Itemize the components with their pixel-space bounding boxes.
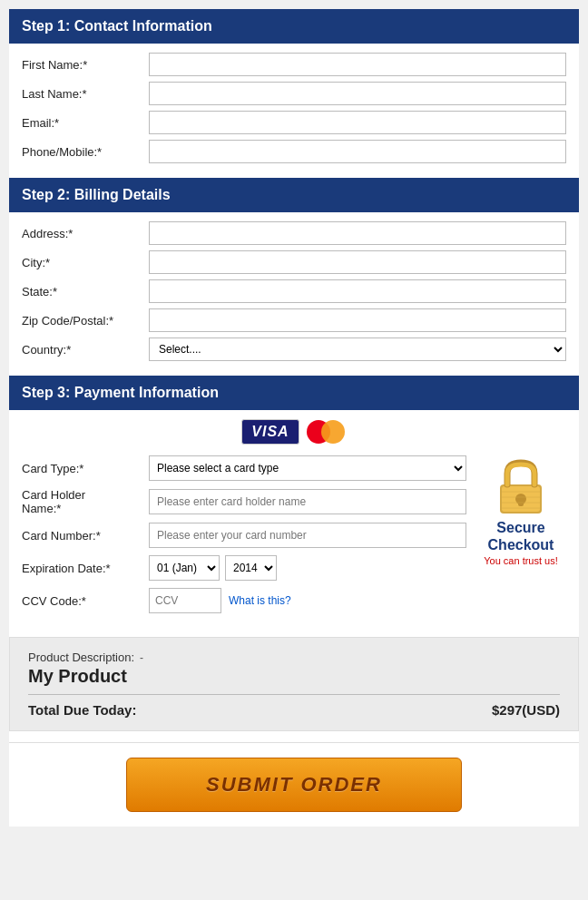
ccv-row: CCV Code:* What is this? bbox=[22, 588, 466, 613]
lock-icon bbox=[495, 455, 547, 519]
zip-input[interactable] bbox=[149, 308, 566, 332]
email-row: Email:* bbox=[22, 111, 566, 134]
country-select[interactable]: Select.... bbox=[149, 338, 566, 361]
last-name-label: Last Name:* bbox=[22, 87, 149, 101]
summary-divider bbox=[28, 694, 560, 695]
card-number-row: Card Number:* bbox=[22, 523, 466, 548]
order-summary: Product Description: - My Product Total … bbox=[9, 637, 579, 731]
card-logos: VISA bbox=[22, 419, 566, 445]
phone-row: Phone/Mobile:* bbox=[22, 140, 566, 163]
card-type-select[interactable]: Please select a card type Visa MasterCar… bbox=[149, 455, 466, 481]
address-row: Address:* bbox=[22, 221, 566, 245]
total-label: Total Due Today: bbox=[28, 702, 136, 718]
expiry-selects: 01 (Jan) 02 (Feb) 03 (Mar) 04 (Apr) 05 (… bbox=[149, 555, 277, 581]
ccv-label: CCV Code:* bbox=[22, 594, 149, 608]
card-holder-label: Card Holder Name:* bbox=[22, 488, 149, 515]
step2-section: Address:* City:* State:* Zip Code/Postal… bbox=[9, 212, 579, 376]
mc-right-circle bbox=[321, 420, 345, 444]
card-holder-row: Card Holder Name:* bbox=[22, 488, 466, 515]
phone-input[interactable] bbox=[149, 140, 566, 163]
payment-fields-container: Card Type:* Please select a card type Vi… bbox=[22, 455, 566, 617]
city-label: City:* bbox=[22, 256, 149, 269]
total-value: $297(USD) bbox=[492, 702, 560, 718]
expiry-month-select[interactable]: 01 (Jan) 02 (Feb) 03 (Mar) 04 (Apr) 05 (… bbox=[149, 555, 220, 581]
mastercard-logo bbox=[307, 419, 347, 445]
secure-badge: Secure Checkout You can trust us! bbox=[466, 455, 566, 617]
card-number-input[interactable] bbox=[149, 523, 466, 548]
submit-section: SUBMIT ORDER bbox=[9, 742, 579, 827]
checkout-form: Step 1: Contact Information First Name:*… bbox=[9, 9, 579, 827]
ccv-input-group: What is this? bbox=[149, 588, 291, 613]
zip-row: Zip Code/Postal:* bbox=[22, 308, 566, 332]
country-label: Country:* bbox=[22, 343, 149, 357]
payment-form-area: Card Type:* Please select a card type Vi… bbox=[22, 455, 466, 617]
card-type-label: Card Type:* bbox=[22, 462, 149, 475]
step3-section: VISA Card Type:* Please select a card ty… bbox=[9, 410, 579, 626]
total-row: Total Due Today: $297(USD) bbox=[28, 702, 560, 718]
card-number-label: Card Number:* bbox=[22, 529, 149, 543]
card-type-row: Card Type:* Please select a card type Vi… bbox=[22, 455, 466, 481]
city-row: City:* bbox=[22, 250, 566, 274]
email-input[interactable] bbox=[149, 111, 566, 134]
product-dash: - bbox=[140, 651, 143, 664]
address-label: Address:* bbox=[22, 227, 149, 240]
what-is-this-link[interactable]: What is this? bbox=[229, 594, 291, 607]
last-name-input[interactable] bbox=[149, 82, 566, 105]
state-input[interactable] bbox=[149, 279, 566, 303]
product-description-label: Product Description: bbox=[28, 651, 134, 664]
visa-logo: VISA bbox=[241, 419, 299, 445]
step2-header: Step 2: Billing Details bbox=[9, 178, 579, 212]
city-input[interactable] bbox=[149, 250, 566, 274]
expiry-label: Expiration Date:* bbox=[22, 562, 149, 575]
state-row: State:* bbox=[22, 279, 566, 303]
card-holder-input[interactable] bbox=[149, 489, 466, 514]
first-name-input[interactable] bbox=[149, 53, 566, 76]
step1-section: First Name:* Last Name:* Email:* Phone/M… bbox=[9, 44, 579, 178]
submit-order-button[interactable]: SUBMIT ORDER bbox=[126, 758, 462, 812]
expiry-row: Expiration Date:* 01 (Jan) 02 (Feb) 03 (… bbox=[22, 555, 466, 581]
last-name-row: Last Name:* bbox=[22, 82, 566, 105]
first-name-row: First Name:* bbox=[22, 53, 566, 76]
country-row: Country:* Select.... bbox=[22, 338, 566, 361]
step3-header: Step 3: Payment Information bbox=[9, 376, 579, 410]
expiry-year-select[interactable]: 2014 2015 2016 2017 2018 2019 2020 2021 … bbox=[225, 555, 277, 581]
email-label: Email:* bbox=[22, 116, 149, 130]
zip-label: Zip Code/Postal:* bbox=[22, 314, 149, 328]
phone-label: Phone/Mobile:* bbox=[22, 145, 149, 159]
first-name-label: First Name:* bbox=[22, 58, 149, 72]
state-label: State:* bbox=[22, 285, 149, 298]
ccv-input[interactable] bbox=[149, 588, 221, 613]
step1-header: Step 1: Contact Information bbox=[9, 9, 579, 44]
address-input[interactable] bbox=[149, 221, 566, 245]
secure-subtitle: You can trust us! bbox=[484, 555, 558, 566]
product-name: My Product bbox=[28, 666, 560, 687]
secure-title: Secure Checkout bbox=[488, 519, 554, 553]
